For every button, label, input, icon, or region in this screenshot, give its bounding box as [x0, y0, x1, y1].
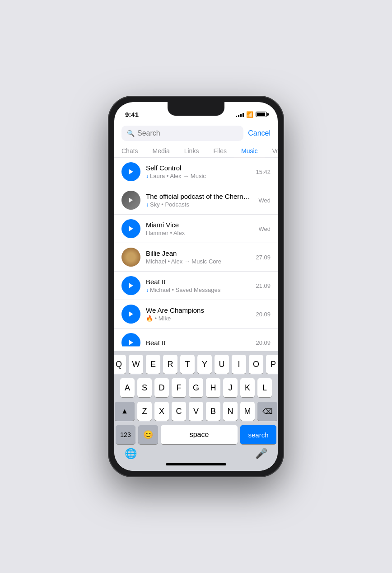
music-info: Billie Jean Michael • Alex → Music Core	[146, 249, 250, 265]
music-time: 21.09	[256, 282, 271, 289]
search-bar[interactable]: 🔍	[121, 126, 243, 141]
cancel-button[interactable]: Cancel	[248, 129, 271, 137]
music-info: Miami Vice Hammer • Alex	[146, 221, 253, 236]
backspace-key[interactable]: ⌫	[257, 402, 277, 421]
key-c[interactable]: C	[172, 402, 186, 421]
key-l[interactable]: L	[257, 378, 272, 397]
download-icon: ↓	[146, 173, 149, 179]
music-time: Wed	[259, 197, 271, 204]
keyboard: Q W E R T Y U I O P A S D F G H J K	[114, 351, 278, 471]
music-time: 27.09	[256, 254, 271, 261]
tab-music[interactable]: Music	[234, 145, 265, 157]
keyboard-row-2: A S D F G H J K L	[116, 378, 276, 397]
tab-chats[interactable]: Chats	[114, 145, 145, 157]
key-d[interactable]: D	[154, 378, 169, 397]
search-input[interactable]	[137, 129, 238, 137]
emoji-key[interactable]: 😊	[138, 425, 158, 444]
key-o[interactable]: O	[249, 355, 263, 374]
play-button[interactable]	[121, 305, 140, 324]
music-list: Self Control ↓ Laura • Alex → Music 15:4…	[114, 158, 278, 351]
notch	[168, 102, 224, 116]
list-item: We Are Champions 🔥 • Mike 20.09	[114, 300, 278, 329]
keyboard-row-3: ▲ Z X C V B N M ⌫	[116, 402, 276, 421]
music-time: 15:42	[256, 169, 271, 175]
play-button[interactable]	[121, 333, 140, 351]
key-i[interactable]: I	[232, 355, 246, 374]
music-time: Wed	[259, 225, 271, 232]
tab-links[interactable]: Links	[177, 145, 206, 157]
mic-icon[interactable]: 🎤	[255, 448, 267, 460]
tab-files[interactable]: Files	[206, 145, 234, 157]
key-z[interactable]: Z	[137, 402, 152, 421]
music-title: Miami Vice	[146, 221, 253, 229]
list-item: Miami Vice Hammer • Alex Wed	[114, 215, 278, 243]
space-key[interactable]: space	[161, 425, 238, 444]
key-w[interactable]: W	[129, 355, 143, 374]
play-button[interactable]	[121, 276, 140, 295]
tab-bar: Chats Media Links Files Music Voi…	[114, 141, 278, 158]
key-f[interactable]: F	[172, 378, 186, 397]
music-title: We Are Champions	[146, 306, 250, 314]
signal-icon	[236, 112, 244, 117]
phone-frame: 9:41 📶 🔍 Cancel	[108, 96, 284, 477]
key-e[interactable]: E	[146, 355, 160, 374]
status-time: 9:41	[125, 111, 139, 118]
key-n[interactable]: N	[223, 402, 238, 421]
music-info: The official podcast of the Chernobyl ↓ …	[146, 193, 253, 208]
numbers-key[interactable]: 123	[116, 425, 135, 444]
key-g[interactable]: G	[189, 378, 203, 397]
music-time: 20.09	[256, 339, 271, 346]
search-icon: 🔍	[127, 130, 135, 137]
music-title: Self Control	[146, 164, 250, 172]
play-button[interactable]	[121, 162, 140, 181]
key-b[interactable]: B	[206, 402, 220, 421]
key-t[interactable]: T	[180, 355, 195, 374]
key-p[interactable]: P	[266, 355, 278, 374]
play-button[interactable]	[121, 219, 140, 238]
key-v[interactable]: V	[189, 402, 203, 421]
download-icon: ↓	[146, 287, 149, 293]
key-m[interactable]: M	[240, 402, 255, 421]
list-item: Self Control ↓ Laura • Alex → Music 15:4…	[114, 158, 278, 186]
svg-marker-2	[129, 226, 133, 231]
key-x[interactable]: X	[154, 402, 169, 421]
phone-screen: 9:41 📶 🔍 Cancel	[114, 102, 278, 471]
key-h[interactable]: H	[206, 378, 220, 397]
key-a[interactable]: A	[120, 378, 135, 397]
shift-key[interactable]: ▲	[115, 402, 135, 421]
key-s[interactable]: S	[137, 378, 152, 397]
music-title: Billie Jean	[146, 249, 250, 257]
music-subtitle: Michael • Alex → Music Core	[146, 258, 250, 265]
music-info: Beat It	[146, 339, 250, 347]
keyboard-bottom-row: 123 😊 space search	[116, 425, 276, 444]
music-subtitle: ↓ Sky • Podcasts	[146, 201, 253, 208]
music-title: The official podcast of the Chernobyl	[146, 193, 253, 200]
key-u[interactable]: U	[215, 355, 229, 374]
key-j[interactable]: J	[223, 378, 238, 397]
tab-voice[interactable]: Voi…	[265, 145, 278, 157]
key-r[interactable]: R	[163, 355, 177, 374]
download-icon: ↓	[146, 202, 149, 208]
music-subtitle: 🔥 • Mike	[146, 315, 250, 322]
music-subtitle: Hammer • Alex	[146, 230, 253, 236]
battery-icon	[256, 112, 267, 117]
music-info: Self Control ↓ Laura • Alex → Music	[146, 164, 250, 179]
globe-icon[interactable]: 🌐	[125, 448, 137, 460]
podcast-thumbnail[interactable]	[121, 191, 140, 210]
search-key[interactable]: search	[240, 425, 276, 444]
list-item: Beat It 20.09	[114, 329, 278, 351]
music-subtitle: ↓ Michael • Saved Messages	[146, 286, 250, 293]
svg-marker-1	[129, 198, 133, 203]
svg-marker-0	[129, 169, 133, 174]
key-k[interactable]: K	[240, 378, 255, 397]
wifi-icon: 📶	[246, 111, 253, 118]
key-q[interactable]: Q	[114, 355, 126, 374]
key-y[interactable]: Y	[197, 355, 212, 374]
svg-marker-3	[129, 283, 133, 288]
album-thumbnail[interactable]	[121, 248, 140, 267]
music-info: We Are Champions 🔥 • Mike	[146, 306, 250, 322]
list-item: Beat It ↓ Michael • Saved Messages 21.09	[114, 272, 278, 300]
music-title: Beat It	[146, 339, 250, 347]
tab-media[interactable]: Media	[145, 145, 177, 157]
music-time: 20.09	[256, 311, 271, 318]
